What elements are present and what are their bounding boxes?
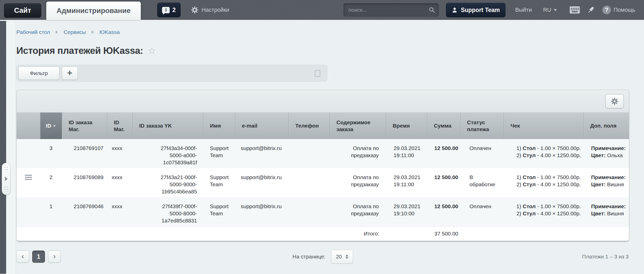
sidebar-expand-handle[interactable] (2, 163, 10, 195)
language-selector[interactable]: RU (543, 7, 557, 13)
add-filter-button[interactable]: + (62, 67, 78, 80)
help-label: Помощь (614, 7, 635, 13)
column-header[interactable]: Телефон (289, 113, 330, 139)
cell-id: 3 (40, 139, 62, 168)
search-box (343, 3, 439, 17)
help-menu[interactable]: ? Помощь (602, 6, 635, 14)
cell-name: Support Team (203, 139, 235, 168)
cell-shop-order-id: 2108769046 (62, 197, 107, 227)
search-input[interactable] (343, 3, 439, 17)
prev-page-button[interactable]: ‹ (16, 251, 29, 263)
grid-settings-button[interactable] (605, 94, 624, 108)
cell-shop-order-id: 2108769089 (62, 168, 107, 197)
language-label: RU (543, 7, 551, 13)
cell-extra-fields: Примечание:Цвет: Вишня (583, 197, 629, 227)
pin-button[interactable] (586, 6, 595, 14)
cell-id: 1 (40, 197, 62, 227)
cell-order-content: Оплата по предзаказу (330, 168, 386, 197)
logout-label: Выйти (515, 7, 532, 13)
cell-time: 29.03.2021 19:10:00 (386, 197, 427, 227)
keyboard-icon (569, 5, 580, 15)
column-label: ID (46, 123, 51, 129)
breadcrumb-services[interactable]: Сервисы (64, 29, 86, 35)
tab-site[interactable]: Сайт (4, 3, 41, 18)
table-row[interactable]: 22108769089xxxx27f43a21-000f-5000-9000-1… (17, 168, 629, 197)
column-header[interactable]: Время (386, 113, 427, 139)
logout-link[interactable]: Выйти (515, 7, 532, 13)
column-header[interactable]: ID заказа YK (132, 113, 203, 139)
user-icon (452, 7, 458, 13)
payments-grid: ID▼ID заказа Маг.ID Маг.ID заказа YKИмяe… (16, 90, 629, 241)
cell-yk-order-id: 27f439f7-000f-5000-8000-1a7ed85c8831 (132, 197, 203, 227)
cell-shop-id: xxxx (107, 197, 132, 227)
column-header[interactable]: Статус платежа (460, 113, 504, 139)
sort-desc-icon: ▼ (53, 124, 56, 128)
content-area: Рабочий стол Сервисы ЮKassa История плат… (0, 21, 644, 274)
favorite-star-icon[interactable]: ☆ (148, 46, 156, 55)
records-info: Платежи 1 – 3 из 3 (582, 254, 629, 260)
table-row[interactable]: 32108769107xxxx27f43a34-000f-5000-a000-1… (17, 139, 629, 168)
column-label: Имя (210, 123, 221, 129)
chevron-down-icon (554, 9, 557, 11)
cell-name: Support Team (203, 168, 235, 197)
cell-phone (289, 168, 330, 197)
column-label: e-mail (242, 123, 258, 129)
cell-phone (289, 139, 330, 168)
column-header[interactable]: ID▼ (40, 113, 62, 139)
table-body: 32108769107xxxx27f43a34-000f-5000-a000-1… (17, 139, 629, 227)
column-header[interactable]: ID заказа Маг. (62, 113, 107, 139)
column-header-handle (17, 113, 40, 139)
column-header[interactable]: Чек (504, 113, 583, 139)
next-page-button[interactable]: › (48, 251, 61, 263)
cell-sum: 12 500.00 (427, 139, 460, 168)
user-button[interactable]: Support Team (446, 3, 505, 17)
table-row[interactable]: 12108769046xxxx27f439f7-000f-5000-8000-1… (17, 197, 629, 227)
breadcrumb-yookassa[interactable]: ЮKassa (99, 29, 120, 35)
cell-receipt: 1) Стол - 1.00 × 7500.00р.2) Стул - 4.00… (504, 139, 583, 168)
column-header[interactable]: Доп. поля (583, 113, 629, 139)
column-label: Содержимое заказа (337, 119, 371, 132)
page-1-button[interactable]: 1 (32, 251, 45, 263)
cell-yk-order-id: 27f43a21-000f-5000-9000-1b95c4b6ea85 (132, 168, 203, 197)
column-header[interactable]: e-mail (235, 113, 289, 139)
filter-button[interactable]: Фильтр (18, 67, 59, 80)
row-menu-icon[interactable] (25, 175, 32, 181)
column-label: ID заказа YK (139, 123, 172, 129)
gear-icon (610, 97, 619, 106)
sidebar-gutter (6, 21, 16, 274)
search-icon[interactable] (429, 7, 435, 13)
column-header[interactable]: Сумма (427, 113, 460, 139)
total-label: Итого: (330, 227, 386, 241)
hotkeys-button[interactable] (569, 5, 580, 15)
cell-email: support@bitrix.ru (235, 197, 289, 227)
settings-menu[interactable]: Настройки (190, 6, 229, 14)
breadcrumb: Рабочий стол Сервисы ЮKassa (16, 29, 629, 35)
filter-view-icon[interactable] (315, 70, 320, 77)
per-page-select[interactable]: 20 (331, 250, 353, 264)
cell-time: 29.03.2021 19:11:00 (386, 168, 427, 197)
breadcrumb-desktop[interactable]: Рабочий стол (16, 29, 50, 35)
tab-administration[interactable]: Администрирование (46, 2, 141, 20)
grip-dots (4, 166, 8, 172)
table-header-row: ID▼ID заказа Маг.ID Маг.ID заказа YKИмяe… (17, 113, 629, 139)
main-panel: Рабочий стол Сервисы ЮKassa История плат… (16, 21, 629, 264)
breadcrumb-arrow-icon (91, 30, 94, 34)
column-label: Статус платежа (467, 119, 489, 132)
cell-extra-fields: Примечание:Цвет: Ольха (583, 139, 629, 168)
cell-payment-status: В обработке (460, 168, 504, 197)
user-name: Support Team (461, 7, 500, 14)
cell-yk-order-id: 27f43a34-000f-5000-a000-1c075839a81f (132, 139, 203, 168)
pagination-bar: ‹ 1 › На странице: 20 Платежи 1 – 3 из 3 (16, 249, 629, 264)
grid-toolbar (17, 90, 629, 113)
expand-arrow-icon (5, 177, 8, 181)
column-label: ID Маг. (114, 119, 125, 132)
column-header[interactable]: Имя (203, 113, 235, 139)
total-value: 37 500.00 (427, 227, 460, 241)
column-header[interactable]: ID Маг. (107, 113, 132, 139)
page-title: История платежей ЮKassa: (16, 45, 143, 56)
cell-id: 2 (40, 168, 62, 197)
notifications-button[interactable]: i 2 (157, 3, 181, 17)
column-header[interactable]: Содержимое заказа (330, 113, 386, 139)
cell-payment-status: Оплачен (460, 139, 504, 168)
pin-icon (586, 6, 595, 14)
